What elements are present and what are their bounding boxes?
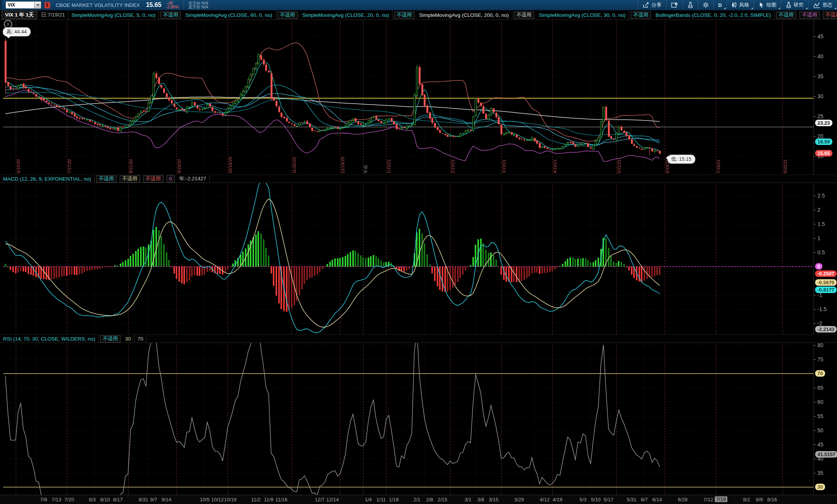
axis-tick bbox=[814, 156, 816, 156]
symbol-input[interactable]: VIX bbox=[5, 1, 41, 9]
axis-tick-label: 50 bbox=[817, 427, 824, 433]
rsi-legend-row: RSI (14, 70, 30, CLOSE, WILDERS, no)不适用3… bbox=[0, 334, 837, 343]
date-label: 7/6 bbox=[40, 497, 47, 502]
low-value-bubble: 低: 15.15 bbox=[668, 155, 695, 163]
chart-canvas[interactable] bbox=[0, 0, 837, 504]
axis-tick bbox=[814, 76, 816, 77]
date-label: 9/7 bbox=[150, 497, 157, 502]
date-label: 7/19 bbox=[715, 496, 727, 502]
date-label: 5/10 bbox=[591, 497, 601, 502]
study-status-badge[interactable]: 不适用 bbox=[143, 175, 163, 183]
rsi-study-label[interactable]: RSI (14, 70, 30, CLOSE, WILDERS, no) bbox=[0, 335, 99, 343]
axis-tick-label: 40 bbox=[817, 53, 824, 59]
study-label-5[interactable]: BollingerBands (CLOSE, 0, 20, -2.0, 2.0,… bbox=[652, 10, 774, 20]
cursor-icon bbox=[759, 2, 764, 8]
legend-date-label: 日:7/19/21 bbox=[38, 10, 68, 20]
study-label-2[interactable]: SimpleMovingAvg (CLOSE, 20, 0, no) bbox=[299, 10, 393, 20]
research-button[interactable]: 研究 bbox=[781, 0, 808, 10]
study-status-badge[interactable]: 不适用 bbox=[776, 12, 796, 19]
axis-tick bbox=[814, 345, 816, 346]
report-icon bbox=[671, 2, 678, 8]
alert-badge-icon[interactable] bbox=[45, 2, 50, 8]
axis-tick bbox=[814, 359, 816, 360]
study-status-badge[interactable]: 不适用 bbox=[514, 12, 534, 19]
style-button[interactable]: 风格 bbox=[726, 0, 754, 10]
study-status-badge[interactable]: 不适用 bbox=[277, 12, 298, 19]
study-status-badge[interactable]: 不适用 bbox=[96, 175, 117, 183]
date-label: 6/14 bbox=[652, 497, 662, 502]
axis-tick bbox=[814, 56, 816, 57]
date-label: 8/31 bbox=[139, 497, 148, 502]
gear-icon bbox=[703, 2, 709, 8]
ask-value: 卖方价:N/A bbox=[188, 5, 208, 9]
company-name: CBOE MARKET VOLATILITY INDEX bbox=[56, 2, 140, 8]
study-status-badge[interactable]: 不适用 bbox=[120, 175, 140, 183]
axis-tick bbox=[814, 445, 816, 445]
pattern-button[interactable]: 形态 bbox=[808, 0, 837, 10]
date-label: 5/3 bbox=[579, 497, 586, 502]
study-status-badge[interactable]: 不适用 bbox=[160, 12, 181, 19]
date-label: 11/9 bbox=[264, 497, 273, 502]
date-label: 1/11 bbox=[376, 497, 386, 502]
study-label-1[interactable]: SimpleMovingAvg (CLOSE, 60, 0, no) bbox=[182, 10, 276, 20]
axis-value-badge: -2.2143 bbox=[815, 326, 837, 333]
study-status-badge[interactable]: 不适用 bbox=[100, 335, 121, 343]
study-label-4[interactable]: SimpleMovingAvg (CLOSE, 30, 0, no) bbox=[536, 10, 629, 20]
date-label: 8/9 bbox=[756, 497, 763, 502]
symbol-dropdown-button[interactable] bbox=[34, 2, 41, 8]
settings-button[interactable] bbox=[698, 0, 713, 10]
date-label: 4/19 bbox=[553, 497, 562, 502]
candlestick-icon bbox=[731, 2, 737, 8]
axis-tick bbox=[814, 323, 816, 324]
study-label-0[interactable]: SimpleMovingAvg (CLOSE, 5, 0, no) bbox=[68, 10, 159, 20]
axis-tick bbox=[814, 459, 816, 459]
axis-tick bbox=[814, 96, 816, 97]
timeframe-button[interactable]: D bbox=[713, 0, 726, 10]
pattern-icon bbox=[813, 2, 820, 8]
study-status-badge[interactable]: 不适用 bbox=[799, 12, 820, 19]
study-status-badge[interactable]: 不适用 bbox=[631, 12, 651, 19]
symbol-value[interactable]: VIX bbox=[6, 2, 34, 8]
axis-tick-label: 55 bbox=[817, 413, 824, 419]
axis-tick bbox=[814, 210, 816, 210]
quick-study-button[interactable] bbox=[683, 0, 698, 10]
high-value-bubble: 高: 44.44 bbox=[3, 28, 30, 36]
date-label: 8/2 bbox=[743, 497, 750, 502]
draw-button[interactable]: 绘图 bbox=[754, 0, 781, 10]
axis-tick-label: 25 bbox=[817, 113, 824, 119]
axis-gutter-border bbox=[814, 19, 814, 495]
info-icon[interactable]: i bbox=[4, 20, 12, 28]
flask-icon bbox=[688, 2, 693, 8]
axis-tick-label: 60 bbox=[817, 399, 824, 405]
date-label: 6/7 bbox=[641, 497, 648, 502]
axis-tick bbox=[814, 116, 816, 117]
study-status-badge[interactable]: 不适用 bbox=[394, 12, 414, 19]
study-label-3[interactable]: SimpleMovingAvg (CLOSE, 200, 0, no) bbox=[416, 10, 512, 20]
axis-value-badge: 30 bbox=[815, 484, 825, 490]
date-label: 8/10 bbox=[100, 497, 110, 502]
report-button[interactable] bbox=[666, 0, 683, 10]
macd-legend-row: MACD (12, 26, 9, EXPONENTIAL, no)不适用不适用不… bbox=[0, 175, 837, 183]
axis-tick-label: 80 bbox=[817, 342, 824, 348]
chart-symbol-tab[interactable]: VIX 1 年 1天 bbox=[2, 11, 37, 19]
axis-tick-label: 2.5 bbox=[817, 193, 825, 199]
axis-value-badge: 70 bbox=[815, 370, 825, 377]
axis-value-badge: -0.2507 bbox=[815, 270, 837, 277]
study-status-badge[interactable]: 不适用 bbox=[823, 12, 837, 19]
macd-study-label[interactable]: MACD (12, 26, 9, EXPONENTIAL, no) bbox=[0, 175, 95, 183]
share-button[interactable]: 分享 bbox=[638, 0, 666, 10]
axis-value-badge: -0.5670 bbox=[815, 279, 837, 286]
change-percent: -2.80% bbox=[166, 5, 178, 9]
date-label: 8/17 bbox=[113, 497, 122, 502]
date-label: 7/20 bbox=[64, 497, 74, 502]
top-toolbar: VIX CBOE MARKET VOLATILITY INDEX 15.65 -… bbox=[0, 0, 837, 10]
axis-tick bbox=[814, 430, 816, 431]
date-axis-row[interactable]: 7/67/137/208/38/108/178/319/79/1410/510/… bbox=[0, 495, 837, 504]
pattern-label: 形态 bbox=[822, 2, 832, 8]
axis-tick-label: 45 bbox=[817, 441, 824, 448]
date-label: 5/17 bbox=[604, 497, 613, 502]
axis-tick-label: 35 bbox=[817, 470, 824, 476]
rsi-level-70: 70 bbox=[134, 335, 147, 343]
date-label: 10/12 bbox=[211, 497, 224, 502]
date-label: 7/13 bbox=[52, 497, 61, 502]
